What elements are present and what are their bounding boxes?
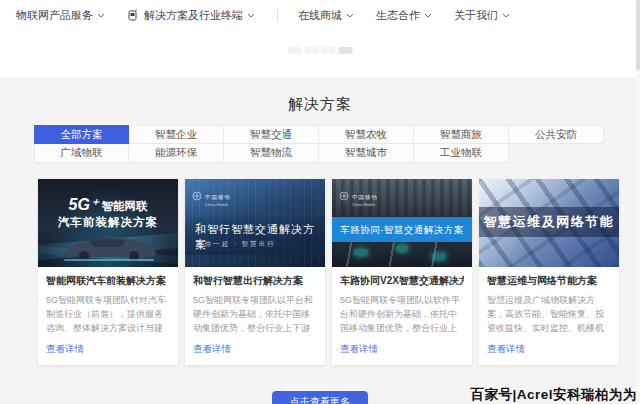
solution-cards: 5G⁺智能网联 汽车前装解决方案 智能网联汽车前装解决方案 5G智能网联专项团队… <box>0 163 640 365</box>
tab-public-security[interactable]: 公共安防 <box>509 125 604 144</box>
nav-item-label: 解决方案及行业终端 <box>144 8 243 23</box>
tab-transport[interactable]: 智慧交通 <box>224 125 319 144</box>
tab-row-2: 广域物联 能源环保 智慧物流 智慧城市 工业物联 <box>34 144 606 163</box>
tab-enterprise[interactable]: 智慧企业 <box>129 125 224 144</box>
banner-strip <box>0 30 640 78</box>
tab-logistics[interactable]: 智慧物流 <box>224 144 319 163</box>
highlighted-car <box>396 245 408 252</box>
china-mobile-logo: 中国移动China Mobile <box>192 185 231 207</box>
nav-item-about[interactable]: 关于我们 <box>454 8 510 23</box>
chevron-down-icon <box>97 13 105 18</box>
chevron-down-icon <box>502 13 510 18</box>
car-silhouette <box>54 232 162 262</box>
card-image-smart-car[interactable]: 5G⁺智能网联 汽车前装解决方案 <box>38 179 178 267</box>
view-details-link[interactable]: 查看详情 <box>340 343 378 356</box>
card-title: 智能网联汽车前装解决方案 <box>46 274 170 288</box>
china-mobile-logo: 中国移动China Mobile <box>339 185 378 207</box>
top-nav: 物联网产品服务 解决方案及行业终端 在线商城 生态合作 关于我们 <box>0 0 640 30</box>
carousel-dot-active[interactable] <box>339 47 353 54</box>
nav-item-label: 物联网产品服务 <box>16 8 93 23</box>
image-caption: 车路协同-智慧交通解决方案 <box>332 217 472 242</box>
scrollbar[interactable] <box>636 0 640 404</box>
nav-divider <box>277 8 278 22</box>
tab-smart-city[interactable]: 智慧城市 <box>319 144 414 163</box>
highlighted-car <box>432 253 446 260</box>
carousel-indicators <box>288 47 353 54</box>
card-v2x: 车路协同-智慧交通解决方案 中国移动China Mobile 车路协同V2X智慧… <box>332 179 472 365</box>
card-body: 车路协同V2X智慧交通解决方案 5G智能网联专项团队以软件平台和硬件创新为基础，… <box>332 267 472 365</box>
card-title: 车路协同V2X智慧交通解决方案 <box>340 274 464 288</box>
card-image-smart-mobility[interactable]: 中国移动China Mobile 和智行智慧交通解决方案 和你一起 · 智慧出行 <box>185 179 325 267</box>
card-body: 智能网联汽车前装解决方案 5G智能网联专项团队针对汽车制造行业（前装），提供服务… <box>38 267 178 365</box>
image-caption: 智慧运维及网络节能 <box>479 207 619 237</box>
5g-badge: 5G⁺ <box>69 196 99 213</box>
nav-item-label: 关于我们 <box>454 8 498 23</box>
image-caption: 5G⁺智能网联 汽车前装解决方案 <box>38 195 178 230</box>
card-vehicle-oem: 5G⁺智能网联 汽车前装解决方案 智能网联汽车前装解决方案 5G智能网联专项团队… <box>38 179 178 365</box>
tab-energy[interactable]: 能源环保 <box>129 144 224 163</box>
nav-item-products[interactable]: 物联网产品服务 <box>16 8 105 23</box>
nav-item-store[interactable]: 在线商城 <box>298 8 354 23</box>
nav-item-ecosystem[interactable]: 生态合作 <box>376 8 432 23</box>
view-details-link[interactable]: 查看详情 <box>193 343 231 356</box>
card-body: 智慧运维与网络节能方案 智慧运维及广域物联解决方案，高效节能、智能恢复、投资收益… <box>479 267 619 365</box>
tab-agriculture[interactable]: 智慧农牧 <box>319 125 414 144</box>
highlighted-car <box>354 249 368 256</box>
tab-wide-area-iot[interactable]: 广域物联 <box>34 144 129 163</box>
card-description: 5G智能网联专项团队以软件平台和硬件创新为基础，依托中国移动集团优势，整合行业上… <box>340 293 464 336</box>
page-title: 解决方案 <box>0 78 640 114</box>
nav-item-label: 在线商城 <box>298 8 342 23</box>
card-smart-mobility: 中国移动China Mobile 和智行智慧交通解决方案 和你一起 · 智慧出行… <box>185 179 325 365</box>
chevron-down-icon <box>346 13 354 18</box>
tab-industrial-iot[interactable]: 工业物联 <box>414 144 509 163</box>
nav-item-label: 生态合作 <box>376 8 420 23</box>
chevron-down-icon <box>424 13 432 18</box>
tab-row-1: 全部方案 智慧企业 智慧交通 智慧农牧 智慧商旅 公共安防 <box>34 125 606 144</box>
card-body: 和智行智慧出行解决方案 5G智能网联专项团队以平台和硬件创新为基础，依托中国移动… <box>185 267 325 365</box>
tab-all[interactable]: 全部方案 <box>34 125 129 144</box>
terminal-device-icon <box>127 9 138 21</box>
view-details-link[interactable]: 查看详情 <box>46 343 84 356</box>
card-description: 智慧运维及广域物联解决方案，高效节能、智能恢复、投资收益快、实时监控、机楼机房分… <box>487 293 611 336</box>
solution-tabs: 全部方案 智慧企业 智慧交通 智慧农牧 智慧商旅 公共安防 广域物联 能源环保 … <box>34 125 606 163</box>
view-details-link[interactable]: 查看详情 <box>487 343 525 356</box>
view-more-button[interactable]: 点击查看更多 <box>272 391 368 404</box>
card-network-energy: 智慧运维及网络节能 智慧运维与网络节能方案 智慧运维及广域物联解决方案，高效节能… <box>479 179 619 365</box>
tab-business-travel[interactable]: 智慧商旅 <box>414 125 509 144</box>
solutions-section: 解决方案 全部方案 智慧企业 智慧交通 智慧农牧 智慧商旅 公共安防 广域物联 … <box>0 78 640 404</box>
card-description: 5G智能网联专项团队以平台和硬件创新为基础，依托中国移动集团优势，整合行业上下游… <box>193 293 317 336</box>
card-title: 智慧运维与网络节能方案 <box>487 274 611 288</box>
carousel-dot[interactable] <box>322 47 336 54</box>
baijiahao-watermark: 百家号|Acrel安科瑞柏为为 <box>470 386 637 404</box>
image-subcaption: 和你一起 · 智慧出行 <box>196 240 276 249</box>
chevron-down-icon <box>247 13 255 18</box>
nav-item-solutions[interactable]: 解决方案及行业终端 <box>127 8 255 23</box>
card-image-network-tower[interactable]: 智慧运维及网络节能 <box>479 179 619 267</box>
card-description: 5G智能网联专项团队针对汽车制造行业（前装），提供服务咨询、整体解决方案设计与建… <box>46 293 170 336</box>
scrollbar-thumb[interactable] <box>636 0 640 70</box>
card-title: 和智行智慧出行解决方案 <box>193 274 317 288</box>
card-image-v2x[interactable]: 车路协同-智慧交通解决方案 中国移动China Mobile <box>332 179 472 267</box>
carousel-dot[interactable] <box>305 47 319 54</box>
carousel-dot[interactable] <box>288 47 302 54</box>
